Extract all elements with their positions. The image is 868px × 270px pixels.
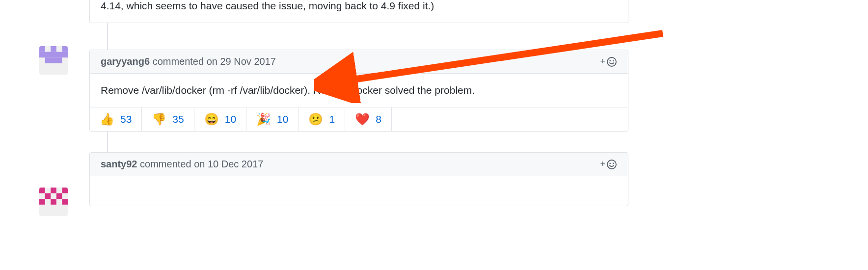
svg-rect-13 <box>45 193 51 199</box>
previous-comment-body: 4.14, which seems to have caused the iss… <box>89 0 628 23</box>
reaction-count: 10 <box>225 113 236 125</box>
reaction-count: 53 <box>120 113 132 125</box>
comment-header: garyyang6 commented on 29 Nov 2017 + <box>90 50 628 74</box>
comment-verb: commented <box>153 56 204 67</box>
reaction-button[interactable]: ❤️8 <box>345 108 392 131</box>
reaction-count: 8 <box>376 113 381 125</box>
comment-verb: commented <box>140 159 191 169</box>
reactions-bar: 👍53👎35😄10🎉10😕1❤️8 <box>90 108 628 131</box>
reaction-emoji: 😄 <box>204 112 219 126</box>
reaction-button[interactable]: 😕1 <box>298 108 345 131</box>
smiley-icon <box>606 56 617 67</box>
comment-header-text: garyyang6 commented on 29 Nov 2017 <box>101 56 276 67</box>
svg-rect-4 <box>39 52 68 58</box>
svg-rect-14 <box>56 193 62 199</box>
reaction-button[interactable]: 🎉10 <box>246 108 298 131</box>
svg-rect-3 <box>62 46 68 52</box>
plus-icon: + <box>600 56 605 67</box>
smiley-icon <box>606 159 617 170</box>
reaction-count: 1 <box>329 113 335 125</box>
add-reaction-button[interactable]: + <box>600 56 617 67</box>
author-link[interactable]: santy92 <box>101 159 137 169</box>
svg-rect-11 <box>51 188 56 193</box>
comment-box: santy92 commented on 10 Dec 2017 + <box>89 152 628 206</box>
reaction-button[interactable]: 👎35 <box>142 108 194 131</box>
comment-body: Remove /var/lib/docker (rm -rf /var/lib/… <box>90 74 628 108</box>
add-reaction-button[interactable]: + <box>600 159 617 170</box>
reaction-emoji: 👍 <box>100 112 114 126</box>
comment-header: santy92 commented on 10 Dec 2017 + <box>90 153 628 176</box>
svg-point-19 <box>609 162 611 164</box>
svg-rect-15 <box>39 199 45 205</box>
comment-box: garyyang6 commented on 29 Nov 2017 + Rem… <box>89 50 628 132</box>
comment-date[interactable]: 10 Dec 2017 <box>208 159 263 169</box>
reaction-count: 35 <box>172 113 184 125</box>
svg-point-6 <box>607 57 616 66</box>
comment-body-text: Remove /var/lib/docker (rm -rf /var/lib/… <box>101 84 475 96</box>
previous-comment-text: 4.14, which seems to have caused the iss… <box>101 0 434 11</box>
avatar[interactable] <box>39 188 68 216</box>
reaction-emoji: 🎉 <box>256 112 271 126</box>
author-link[interactable]: garyyang6 <box>101 56 150 67</box>
svg-point-18 <box>607 160 616 169</box>
reaction-button[interactable]: 👍53 <box>90 108 142 131</box>
comment-header-text: santy92 commented on 10 Dec 2017 <box>101 159 263 170</box>
svg-rect-2 <box>51 46 56 52</box>
reaction-emoji: 😕 <box>308 112 323 126</box>
avatar[interactable] <box>39 46 68 75</box>
plus-icon: + <box>600 159 605 169</box>
svg-point-20 <box>613 162 614 164</box>
svg-rect-10 <box>39 188 45 193</box>
svg-rect-1 <box>39 46 45 52</box>
svg-point-8 <box>613 60 614 61</box>
svg-rect-12 <box>62 188 68 193</box>
svg-rect-16 <box>51 199 56 205</box>
reaction-emoji: ❤️ <box>355 112 370 126</box>
svg-rect-17 <box>62 199 68 205</box>
comment-date-prefix: on <box>194 159 205 169</box>
comment-date[interactable]: 29 Nov 2017 <box>220 56 276 67</box>
reaction-button[interactable]: 😄10 <box>194 108 246 131</box>
svg-rect-5 <box>45 57 62 63</box>
svg-point-7 <box>609 60 611 61</box>
reaction-count: 10 <box>277 113 288 125</box>
comment-date-prefix: on <box>207 56 217 67</box>
reaction-emoji: 👎 <box>152 112 166 126</box>
